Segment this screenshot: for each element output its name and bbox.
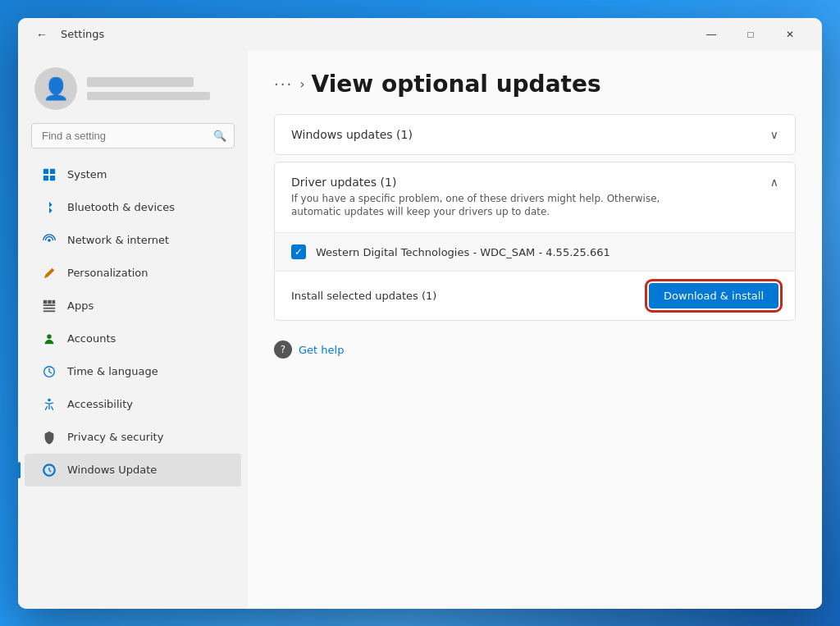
windows-updates-section: Windows updates (1) ∨ (274, 114, 796, 155)
nav-time-label: Time & language (67, 365, 158, 377)
driver-updates-chevron: ∧ (770, 176, 778, 189)
breadcrumb-dots: ··· (274, 75, 293, 93)
nav-system[interactable]: System (25, 158, 241, 191)
user-email (87, 92, 210, 100)
search-box: 🔍 (31, 123, 235, 149)
nav-time[interactable]: Time & language (25, 355, 241, 388)
avatar-icon: 👤 (43, 76, 69, 101)
nav-system-label: System (67, 168, 107, 180)
minimize-button[interactable]: — (692, 21, 730, 48)
search-input[interactable] (31, 123, 235, 149)
content-area: 👤 🔍 System (18, 51, 822, 609)
user-info (87, 77, 210, 100)
nav-personalization-label: Personalization (67, 267, 148, 279)
page-title: View optional updates (312, 71, 601, 98)
close-button[interactable]: ✕ (771, 21, 809, 48)
svg-rect-8 (43, 307, 55, 308)
nav-bluetooth[interactable]: Bluetooth & devices (25, 191, 241, 224)
install-row: Install selected updates (1) Download & … (275, 271, 795, 320)
window-title: Settings (61, 28, 104, 40)
network-icon (41, 232, 57, 249)
maximize-button[interactable]: □ (732, 21, 769, 48)
bluetooth-icon (41, 199, 57, 216)
windows-updates-chevron: ∨ (770, 128, 778, 141)
breadcrumb-separator: › (299, 76, 304, 92)
nav-privacy-label: Privacy & security (67, 431, 163, 443)
svg-rect-6 (52, 299, 56, 304)
driver-header-info: Driver updates (1) If you have a specifi… (291, 176, 701, 220)
driver-checkbox[interactable]: ✓ (291, 244, 306, 259)
nav-accessibility-label: Accessibility (67, 398, 133, 410)
system-icon (41, 167, 57, 183)
privacy-icon (41, 429, 57, 446)
nav-personalization[interactable]: Personalization (25, 257, 241, 290)
driver-item: ✓ Western Digital Technologies - WDC_SAM… (275, 232, 795, 271)
svg-rect-1 (50, 168, 55, 173)
sidebar: 👤 🔍 System (18, 51, 248, 609)
personalization-icon (41, 265, 57, 281)
svg-point-12 (48, 398, 51, 401)
driver-updates-header[interactable]: Driver updates (1) If you have a specifi… (275, 162, 795, 233)
settings-window: ← Settings — □ ✕ 👤 🔍 (18, 18, 822, 609)
user-section: 👤 (18, 61, 248, 123)
windows-updates-header[interactable]: Windows updates (1) ∨ (275, 115, 795, 154)
updates-container: Windows updates (1) ∨ Driver updates (1)… (274, 114, 796, 322)
title-bar-left: ← Settings (31, 25, 104, 44)
back-button[interactable]: ← (31, 25, 52, 44)
time-icon (41, 363, 57, 380)
svg-rect-2 (43, 175, 48, 180)
nav-bluetooth-label: Bluetooth & devices (67, 201, 175, 213)
avatar: 👤 (34, 67, 77, 110)
update-icon (41, 462, 57, 478)
nav-privacy[interactable]: Privacy & security (25, 421, 241, 454)
windows-updates-title: Windows updates (1) (291, 128, 413, 141)
nav-accessibility[interactable]: Accessibility (25, 388, 241, 421)
nav-accounts-label: Accounts (67, 332, 116, 345)
get-help-text[interactable]: Get help (299, 344, 344, 356)
search-icon: 🔍 (213, 130, 226, 142)
nav-accounts[interactable]: Accounts (25, 322, 241, 355)
nav-update-label: Windows Update (67, 464, 157, 476)
svg-rect-7 (43, 304, 55, 306)
help-icon: ? (274, 340, 292, 359)
window-controls: — □ ✕ (692, 21, 809, 48)
svg-rect-5 (48, 299, 52, 304)
nav-update[interactable]: Windows Update (25, 454, 241, 487)
user-name (87, 77, 194, 87)
svg-rect-9 (43, 310, 55, 312)
nav-network[interactable]: Network & internet (25, 224, 241, 257)
driver-updates-title: Driver updates (1) (291, 176, 701, 189)
svg-rect-4 (43, 299, 48, 304)
nav-apps-label: Apps (67, 299, 94, 312)
nav-apps[interactable]: Apps (25, 290, 241, 322)
accessibility-icon (41, 396, 57, 413)
main-content: ··· › View optional updates Windows upda… (248, 51, 822, 609)
apps-icon (41, 298, 57, 314)
breadcrumb: ··· › View optional updates (274, 71, 796, 98)
get-help-link[interactable]: ? Get help (274, 340, 796, 359)
driver-updates-section: Driver updates (1) If you have a specifi… (274, 162, 796, 322)
install-label: Install selected updates (1) (291, 290, 436, 302)
accounts-icon (41, 331, 57, 347)
checkbox-check-icon: ✓ (294, 246, 303, 258)
svg-point-10 (47, 334, 51, 338)
svg-rect-3 (50, 175, 55, 180)
driver-name: Western Digital Technologies - WDC_SAM -… (316, 246, 610, 258)
title-bar: ← Settings — □ ✕ (18, 18, 822, 51)
nav-network-label: Network & internet (67, 234, 169, 246)
svg-rect-0 (43, 168, 48, 173)
download-install-button[interactable]: Download & install (649, 283, 778, 308)
driver-updates-desc: If you have a specific problem, one of t… (291, 192, 701, 220)
